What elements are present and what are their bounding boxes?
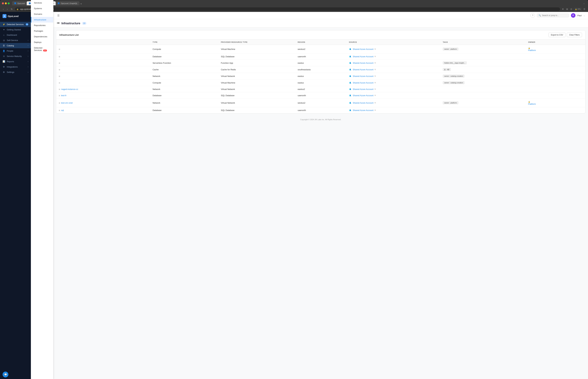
sidebar-item-service-maturity[interactable]: ⊙ Service Maturity › — [0, 54, 31, 59]
cell-name: ⊞ — [56, 79, 150, 86]
chat-button[interactable]: 💬 — [2, 372, 8, 377]
sidebar-item-reports[interactable]: 📊 Reports › — [0, 59, 31, 64]
cell-owner — [526, 107, 585, 113]
source-link[interactable]: Shared Azure Account⧉ — [349, 75, 438, 77]
user-name[interactable]: Paul — [577, 14, 582, 17]
source-link[interactable]: Shared Azure Account⧉ — [349, 94, 438, 97]
cell-source: Shared Azure Account⧉ — [346, 73, 440, 79]
col-header-type: Type — [150, 40, 218, 45]
cell-tags: jfj : dfjf — [440, 66, 526, 73]
cell-owner: 🔒Platform — [526, 45, 585, 53]
submenu-item-deploys[interactable]: Deploys — [31, 39, 53, 45]
sidebar-item-settings[interactable]: ⚙ Settings › — [0, 69, 31, 75]
address-bar-wrap: 🔒 — [15, 7, 560, 11]
cell-region: uaenorth — [295, 53, 346, 60]
cell-name: ⊞sql — [56, 107, 150, 113]
tab-opslevel[interactable]: 🔵 OpsLevel — [12, 1, 27, 5]
export-csv-button[interactable]: Export to CSV — [548, 33, 565, 37]
people-arrow-icon: › — [28, 50, 28, 52]
service-maturity-icon: ⊙ — [2, 55, 5, 57]
page-header: Infrastructure 10 — [53, 19, 588, 28]
forward-button[interactable]: › — [6, 8, 9, 11]
resource-link[interactable]: sql — [61, 109, 64, 111]
back-button[interactable]: ‹ — [2, 8, 5, 11]
submenu-item-services[interactable]: Services — [31, 0, 53, 6]
tab-graphql[interactable]: 🔵 OpsLevel | GraphiQL — [56, 1, 79, 5]
resource-link[interactable]: test-fr — [61, 94, 66, 97]
tag-pill: owner : catalog-creation — [443, 75, 464, 78]
address-input[interactable] — [15, 7, 560, 11]
owner-link[interactable]: Platform — [528, 49, 583, 51]
source-link[interactable]: Shared Azure Account⧉ — [349, 109, 438, 111]
sidebar-item-dashboard[interactable]: ⌂ Dashboard — [0, 32, 31, 38]
traffic-lights — [2, 2, 10, 4]
vpn-button[interactable]: 🔒 VPN — [574, 8, 582, 11]
submenu-item-systems[interactable]: Systems — [31, 6, 53, 11]
sidebar-label-settings: Settings — [7, 71, 14, 73]
cell-type: Network — [150, 99, 218, 107]
opslevel-logo-icon — [2, 14, 6, 18]
catalog-arrow-icon: › — [28, 45, 28, 47]
source-link[interactable]: Shared Azure Account⧉ — [349, 101, 438, 104]
tab-opslevel-label: OpsLevel — [17, 2, 25, 4]
col-header-provider: Provider Resource Type — [218, 40, 295, 45]
bookmark-button[interactable]: ⊡ — [570, 8, 573, 11]
submenu-item-repositories[interactable]: Repositories — [31, 23, 53, 28]
sidebar-item-self-service[interactable]: ◎ Self-Service › — [0, 38, 31, 43]
sidebar-logo-text: OpsLevel — [8, 15, 19, 17]
cell-owner — [526, 86, 585, 92]
browser-addressbar: ‹ › ↻ 🔒 ⬆ ⊞ ⊡ 🔒 VPN ☰ — [0, 7, 588, 12]
maximize-button[interactable] — [8, 2, 10, 4]
source-link[interactable]: Shared Azure Account⧉ — [349, 68, 438, 71]
minimize-button[interactable] — [5, 2, 7, 4]
reload-button[interactable]: ↻ — [10, 8, 14, 11]
resource-link[interactable]: naged-instance-cc — [61, 88, 78, 90]
submenu-item-domains[interactable]: Domains — [31, 11, 53, 17]
new-tab-button[interactable]: + — [79, 2, 83, 5]
user-avatar[interactable]: P — [571, 13, 575, 18]
menu-button[interactable]: ☰ — [583, 8, 586, 11]
source-link[interactable]: Shared Azure Account⧉ — [349, 62, 438, 64]
col-header-tags: Tags — [440, 40, 526, 45]
cell-name: ⊞ — [56, 53, 150, 60]
cell-type: Database — [150, 92, 218, 99]
sidebar-item-integrations[interactable]: ⚙ Integrations › — [0, 64, 31, 69]
source-link[interactable]: Shared Azure Account⧉ — [349, 81, 438, 84]
col-header-name — [56, 40, 150, 45]
submenu-item-infrastructure[interactable]: Infrastructure — [31, 17, 53, 23]
owner-link[interactable]: Platform — [528, 103, 583, 105]
close-button[interactable] — [2, 2, 4, 4]
clear-filters-button[interactable]: Clear Filters — [567, 33, 582, 37]
source-link[interactable]: Shared Azure Account⧉ — [349, 88, 438, 90]
share-button[interactable]: ⬆ — [561, 8, 565, 11]
user-dropdown-arrow-icon[interactable]: ⌄ — [584, 15, 585, 16]
resource-link[interactable]: test-vm-vnet — [61, 102, 73, 104]
app-header: ☰ ? 🔍 P Paul ⌄ — [53, 12, 588, 19]
cell-provider-resource-type: Virtual Machine — [218, 45, 295, 53]
submenu-item-dependencies[interactable]: Dependencies — [31, 34, 53, 39]
detected-services-badge: 1 — [26, 23, 28, 25]
sidebar-item-detected-services[interactable]: ⚡ Detected Services 1 — [0, 22, 31, 27]
sidebar-item-getting-started[interactable]: ✦ Getting Started — [0, 27, 31, 32]
cell-owner — [526, 73, 585, 79]
source-link[interactable]: Shared Azure Account⧉ — [349, 48, 438, 50]
cell-region: westus2 — [295, 99, 346, 107]
submenu-item-detected-services[interactable]: Detected Services 10+ — [31, 45, 53, 53]
hamburger-menu-button[interactable]: ☰ — [57, 13, 60, 18]
tag-pill: owner : platform — [443, 101, 458, 104]
page-footer: Copyright © 2024 J/K Labs Inc. All Right… — [53, 116, 588, 123]
search-input[interactable] — [542, 14, 567, 16]
search-bar: 🔍 — [537, 14, 569, 17]
sidebar-item-catalog[interactable]: ☰ Catalog › — [0, 43, 31, 48]
cell-provider-resource-type: Virtual Machine — [218, 79, 295, 86]
cell-name: ⊞naged-instance-cc — [56, 86, 150, 92]
source-link[interactable]: Shared Azure Account⧉ — [349, 55, 438, 58]
sidebar-toggle[interactable]: ⊞ — [565, 8, 569, 11]
help-button[interactable]: ? — [530, 13, 535, 18]
submenu-item-packages[interactable]: Packages — [31, 28, 53, 34]
self-service-icon: ◎ — [2, 39, 5, 42]
cell-source: Shared Azure Account⧉ — [346, 45, 440, 53]
cell-type: Cache — [150, 66, 218, 73]
sidebar-item-people[interactable]: 👤 People › — [0, 48, 31, 54]
cell-type: Network — [150, 73, 218, 79]
